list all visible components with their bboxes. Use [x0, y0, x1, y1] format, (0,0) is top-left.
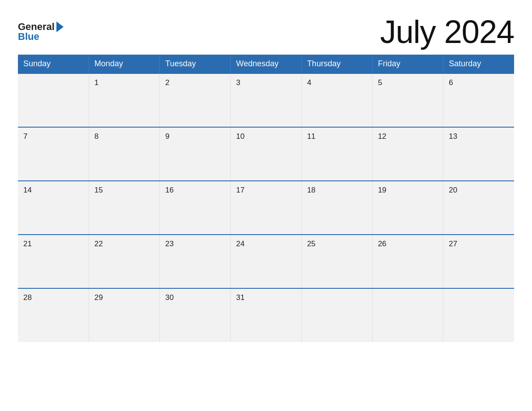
calendar-weekday-friday: Friday	[372, 55, 443, 73]
day-number: 5	[378, 78, 382, 87]
calendar-weekday-saturday: Saturday	[443, 55, 514, 73]
calendar-weekday-tuesday: Tuesday	[160, 55, 231, 73]
day-number: 25	[307, 240, 316, 248]
calendar-cell	[301, 288, 372, 342]
calendar-cell: 3	[231, 73, 301, 127]
calendar-week-row: 78910111213	[18, 127, 514, 181]
day-number: 29	[94, 293, 103, 302]
day-number: 30	[165, 293, 174, 302]
calendar-weekday-wednesday: Wednesday	[231, 55, 301, 73]
calendar-cell: 16	[160, 181, 231, 235]
calendar-cell: 24	[231, 235, 301, 288]
calendar-cell: 29	[89, 288, 159, 342]
day-number: 4	[307, 78, 311, 87]
calendar-week-row: 14151617181920	[18, 181, 514, 235]
day-number: 21	[23, 240, 32, 248]
calendar-cell: 11	[301, 127, 372, 181]
day-number: 3	[236, 78, 240, 87]
calendar-cell: 18	[301, 181, 372, 235]
calendar-cell: 31	[231, 288, 301, 342]
calendar-cell: 5	[372, 73, 443, 127]
calendar-cell: 17	[231, 181, 301, 235]
calendar-cell: 15	[89, 181, 159, 235]
calendar-cell: 8	[89, 127, 159, 181]
day-number: 26	[378, 240, 386, 248]
calendar-cell: 21	[18, 235, 89, 288]
calendar-cell: 30	[160, 288, 231, 342]
day-number: 15	[94, 186, 103, 194]
day-number: 13	[449, 132, 457, 141]
day-number: 24	[236, 240, 245, 248]
calendar-cell: 25	[301, 235, 372, 288]
calendar-cell: 4	[301, 73, 372, 127]
calendar-cell: 12	[372, 127, 443, 181]
calendar-cell: 2	[160, 73, 231, 127]
calendar-cell: 20	[443, 181, 514, 235]
calendar-weekday-monday: Monday	[89, 55, 159, 73]
calendar-cell: 28	[18, 288, 89, 342]
month-title: July 2024	[380, 13, 514, 50]
calendar-cell: 6	[443, 73, 514, 127]
calendar-weekday-sunday: Sunday	[18, 55, 89, 73]
day-number: 18	[307, 186, 316, 194]
day-number: 27	[449, 240, 457, 248]
calendar-table: SundayMondayTuesdayWednesdayThursdayFrid…	[18, 55, 514, 342]
calendar-cell: 23	[160, 235, 231, 288]
day-number: 7	[23, 132, 27, 141]
calendar-week-row: 123456	[18, 73, 514, 127]
calendar-header-row: SundayMondayTuesdayWednesdayThursdayFrid…	[18, 55, 514, 73]
day-number: 10	[236, 132, 245, 141]
day-number: 22	[94, 240, 103, 248]
day-number: 12	[378, 132, 386, 141]
day-number: 11	[307, 132, 316, 141]
day-number: 31	[236, 293, 245, 302]
logo-arrow-icon	[56, 21, 64, 32]
calendar-cell	[372, 288, 443, 342]
calendar-cell	[18, 73, 89, 127]
calendar-cell: 10	[231, 127, 301, 181]
calendar-week-row: 21222324252627	[18, 235, 514, 288]
calendar-cell: 22	[89, 235, 159, 288]
page-header: General Blue July 2024	[18, 13, 514, 50]
day-number: 2	[165, 78, 169, 87]
day-number: 1	[94, 78, 99, 87]
day-number: 23	[165, 240, 174, 248]
calendar-cell: 13	[443, 127, 514, 181]
calendar-week-row: 28293031	[18, 288, 514, 342]
day-number: 16	[165, 186, 174, 194]
logo: General Blue	[18, 21, 64, 43]
day-number: 6	[449, 78, 453, 87]
calendar-cell: 27	[443, 235, 514, 288]
day-number: 28	[23, 293, 32, 302]
logo-blue: Blue	[18, 31, 39, 43]
day-number: 14	[23, 186, 32, 194]
calendar-cell: 7	[18, 127, 89, 181]
calendar-cell: 14	[18, 181, 89, 235]
calendar-cell: 9	[160, 127, 231, 181]
day-number: 20	[449, 186, 457, 194]
calendar-cell: 19	[372, 181, 443, 235]
calendar-weekday-thursday: Thursday	[301, 55, 372, 73]
calendar-cell: 1	[89, 73, 159, 127]
day-number: 9	[165, 132, 169, 141]
calendar-cell	[443, 288, 514, 342]
calendar-cell: 26	[372, 235, 443, 288]
day-number: 19	[378, 186, 386, 194]
day-number: 17	[236, 186, 245, 194]
day-number: 8	[94, 132, 99, 141]
